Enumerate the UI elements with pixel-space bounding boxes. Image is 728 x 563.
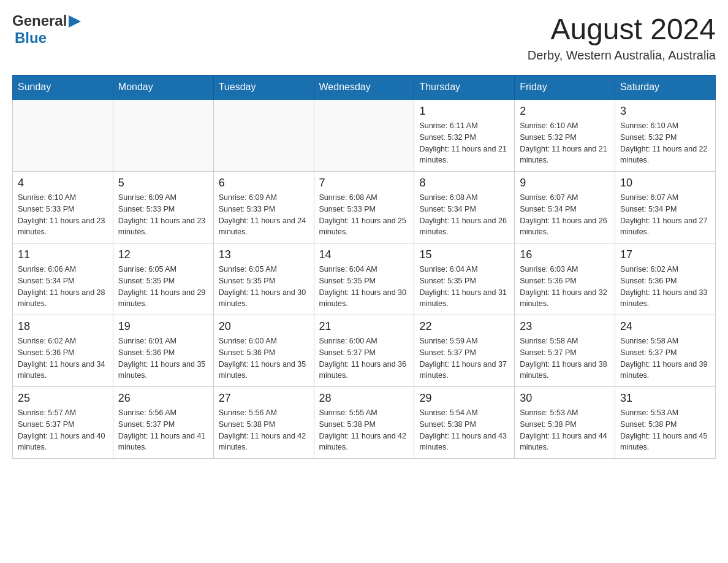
- calendar-day-cell: 13Sunrise: 6:05 AMSunset: 5:35 PMDayligh…: [213, 243, 314, 315]
- day-number: 12: [118, 248, 208, 261]
- day-number: 22: [419, 320, 509, 333]
- day-info: Sunrise: 6:08 AMSunset: 5:33 PMDaylight:…: [319, 192, 409, 238]
- day-number: 2: [520, 105, 610, 118]
- day-info: Sunrise: 6:03 AMSunset: 5:36 PMDaylight:…: [520, 264, 610, 310]
- day-info: Sunrise: 6:01 AMSunset: 5:36 PMDaylight:…: [118, 335, 208, 381]
- day-number: 20: [219, 320, 309, 333]
- day-info: Sunrise: 6:04 AMSunset: 5:35 PMDaylight:…: [319, 264, 409, 310]
- day-info: Sunrise: 6:06 AMSunset: 5:34 PMDaylight:…: [18, 264, 108, 310]
- day-number: 16: [520, 248, 610, 261]
- day-number: 10: [620, 177, 710, 190]
- day-info: Sunrise: 6:10 AMSunset: 5:32 PMDaylight:…: [620, 120, 710, 166]
- day-info: Sunrise: 5:56 AMSunset: 5:37 PMDaylight:…: [118, 407, 208, 453]
- calendar-day-cell: 17Sunrise: 6:02 AMSunset: 5:36 PMDayligh…: [615, 243, 716, 315]
- calendar-day-cell: 19Sunrise: 6:01 AMSunset: 5:36 PMDayligh…: [113, 315, 213, 387]
- logo-triangle-icon: [69, 15, 81, 28]
- day-number: 23: [520, 320, 610, 333]
- calendar-day-cell: 8Sunrise: 6:08 AMSunset: 5:34 PMDaylight…: [414, 172, 515, 243]
- logo: General Blue: [12, 12, 81, 47]
- calendar-day-cell: 10Sunrise: 6:07 AMSunset: 5:34 PMDayligh…: [615, 172, 716, 243]
- day-info: Sunrise: 6:05 AMSunset: 5:35 PMDaylight:…: [219, 264, 309, 310]
- day-info: Sunrise: 5:53 AMSunset: 5:38 PMDaylight:…: [620, 407, 710, 453]
- day-number: 21: [319, 320, 409, 333]
- day-of-week-header: Saturday: [615, 75, 716, 100]
- calendar-week-row: 11Sunrise: 6:06 AMSunset: 5:34 PMDayligh…: [13, 243, 716, 315]
- calendar-day-cell: 28Sunrise: 5:55 AMSunset: 5:38 PMDayligh…: [314, 387, 414, 459]
- month-year-title: August 2024: [528, 12, 716, 46]
- logo-blue-text: Blue: [15, 29, 47, 47]
- calendar-day-cell: 1Sunrise: 6:11 AMSunset: 5:32 PMDaylight…: [414, 99, 515, 172]
- calendar-day-cell: 26Sunrise: 5:56 AMSunset: 5:37 PMDayligh…: [113, 387, 213, 459]
- day-of-week-header: Thursday: [414, 75, 515, 100]
- day-number: 8: [419, 177, 509, 190]
- day-of-week-header: Monday: [113, 75, 213, 100]
- calendar-day-cell: 14Sunrise: 6:04 AMSunset: 5:35 PMDayligh…: [314, 243, 414, 315]
- calendar-day-cell: 7Sunrise: 6:08 AMSunset: 5:33 PMDaylight…: [314, 172, 414, 243]
- day-info: Sunrise: 6:02 AMSunset: 5:36 PMDaylight:…: [18, 335, 108, 381]
- page-header: General Blue August 2024 Derby, Western …: [12, 12, 716, 63]
- day-number: 3: [620, 105, 710, 118]
- day-info: Sunrise: 5:59 AMSunset: 5:37 PMDaylight:…: [419, 335, 509, 381]
- day-info: Sunrise: 6:10 AMSunset: 5:32 PMDaylight:…: [520, 120, 610, 166]
- day-info: Sunrise: 5:57 AMSunset: 5:37 PMDaylight:…: [18, 407, 108, 453]
- calendar-day-cell: 16Sunrise: 6:03 AMSunset: 5:36 PMDayligh…: [515, 243, 615, 315]
- day-info: Sunrise: 6:10 AMSunset: 5:33 PMDaylight:…: [18, 192, 108, 238]
- day-of-week-header: Sunday: [13, 75, 113, 100]
- calendar-day-cell: 2Sunrise: 6:10 AMSunset: 5:32 PMDaylight…: [515, 99, 615, 172]
- day-number: 25: [18, 392, 108, 405]
- day-info: Sunrise: 6:08 AMSunset: 5:34 PMDaylight:…: [419, 192, 509, 238]
- day-info: Sunrise: 6:00 AMSunset: 5:36 PMDaylight:…: [219, 335, 309, 381]
- day-info: Sunrise: 6:04 AMSunset: 5:35 PMDaylight:…: [419, 264, 509, 310]
- day-number: 1: [419, 105, 509, 118]
- calendar-day-cell: 25Sunrise: 5:57 AMSunset: 5:37 PMDayligh…: [13, 387, 113, 459]
- day-number: 13: [219, 248, 309, 261]
- day-number: 18: [18, 320, 108, 333]
- logo-general-text: General: [12, 12, 67, 29]
- calendar-week-row: 4Sunrise: 6:10 AMSunset: 5:33 PMDaylight…: [13, 172, 716, 243]
- day-info: Sunrise: 5:53 AMSunset: 5:38 PMDaylight:…: [520, 407, 610, 453]
- calendar-day-cell: 24Sunrise: 5:58 AMSunset: 5:37 PMDayligh…: [615, 315, 716, 387]
- day-number: 29: [419, 392, 509, 405]
- calendar-day-cell: 21Sunrise: 6:00 AMSunset: 5:37 PMDayligh…: [314, 315, 414, 387]
- calendar-day-cell: 22Sunrise: 5:59 AMSunset: 5:37 PMDayligh…: [414, 315, 515, 387]
- calendar-week-row: 1Sunrise: 6:11 AMSunset: 5:32 PMDaylight…: [13, 99, 716, 172]
- calendar-body: 1Sunrise: 6:11 AMSunset: 5:32 PMDaylight…: [13, 99, 716, 459]
- day-info: Sunrise: 5:58 AMSunset: 5:37 PMDaylight:…: [520, 335, 610, 381]
- day-number: 6: [219, 177, 309, 190]
- calendar-day-cell: 29Sunrise: 5:54 AMSunset: 5:38 PMDayligh…: [414, 387, 515, 459]
- calendar-week-row: 25Sunrise: 5:57 AMSunset: 5:37 PMDayligh…: [13, 387, 716, 459]
- calendar-day-cell: 20Sunrise: 6:00 AMSunset: 5:36 PMDayligh…: [213, 315, 314, 387]
- calendar-day-cell: [213, 99, 314, 172]
- day-number: 30: [520, 392, 610, 405]
- day-number: 15: [419, 248, 509, 261]
- calendar-day-cell: 9Sunrise: 6:07 AMSunset: 5:34 PMDaylight…: [515, 172, 615, 243]
- calendar-day-cell: 4Sunrise: 6:10 AMSunset: 5:33 PMDaylight…: [13, 172, 113, 243]
- calendar-table: SundayMondayTuesdayWednesdayThursdayFrid…: [12, 75, 716, 459]
- day-number: 5: [118, 177, 208, 190]
- calendar-day-cell: [113, 99, 213, 172]
- day-number: 26: [118, 392, 208, 405]
- calendar-day-cell: 6Sunrise: 6:09 AMSunset: 5:33 PMDaylight…: [213, 172, 314, 243]
- calendar-day-cell: 11Sunrise: 6:06 AMSunset: 5:34 PMDayligh…: [13, 243, 113, 315]
- calendar-header: SundayMondayTuesdayWednesdayThursdayFrid…: [13, 75, 716, 100]
- location-subtitle: Derby, Western Australia, Australia: [528, 48, 716, 63]
- day-info: Sunrise: 5:54 AMSunset: 5:38 PMDaylight:…: [419, 407, 509, 453]
- day-number: 9: [520, 177, 610, 190]
- day-info: Sunrise: 6:05 AMSunset: 5:35 PMDaylight:…: [118, 264, 208, 310]
- calendar-day-cell: 15Sunrise: 6:04 AMSunset: 5:35 PMDayligh…: [414, 243, 515, 315]
- day-info: Sunrise: 5:56 AMSunset: 5:38 PMDaylight:…: [219, 407, 309, 453]
- day-number: 17: [620, 248, 710, 261]
- day-of-week-header: Wednesday: [314, 75, 414, 100]
- calendar-day-cell: 3Sunrise: 6:10 AMSunset: 5:32 PMDaylight…: [615, 99, 716, 172]
- calendar-day-cell: 12Sunrise: 6:05 AMSunset: 5:35 PMDayligh…: [113, 243, 213, 315]
- calendar-day-cell: 27Sunrise: 5:56 AMSunset: 5:38 PMDayligh…: [213, 387, 314, 459]
- day-number: 4: [18, 177, 108, 190]
- calendar-day-cell: [13, 99, 113, 172]
- calendar-week-row: 18Sunrise: 6:02 AMSunset: 5:36 PMDayligh…: [13, 315, 716, 387]
- calendar-day-cell: 5Sunrise: 6:09 AMSunset: 5:33 PMDaylight…: [113, 172, 213, 243]
- day-number: 14: [319, 248, 409, 261]
- calendar-day-cell: 18Sunrise: 6:02 AMSunset: 5:36 PMDayligh…: [13, 315, 113, 387]
- day-of-week-header: Friday: [515, 75, 615, 100]
- day-info: Sunrise: 6:07 AMSunset: 5:34 PMDaylight:…: [520, 192, 610, 238]
- day-number: 19: [118, 320, 208, 333]
